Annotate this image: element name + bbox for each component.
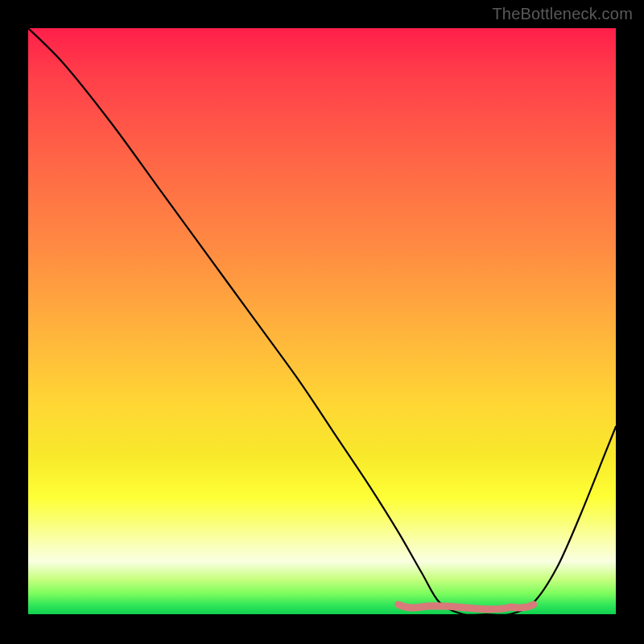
chart-area xyxy=(28,28,616,614)
curve-layer xyxy=(28,28,616,614)
optimal-region-marker xyxy=(398,605,534,609)
watermark-text: TheBottleneck.com xyxy=(492,5,633,23)
bottleneck-curve-line xyxy=(28,28,616,614)
